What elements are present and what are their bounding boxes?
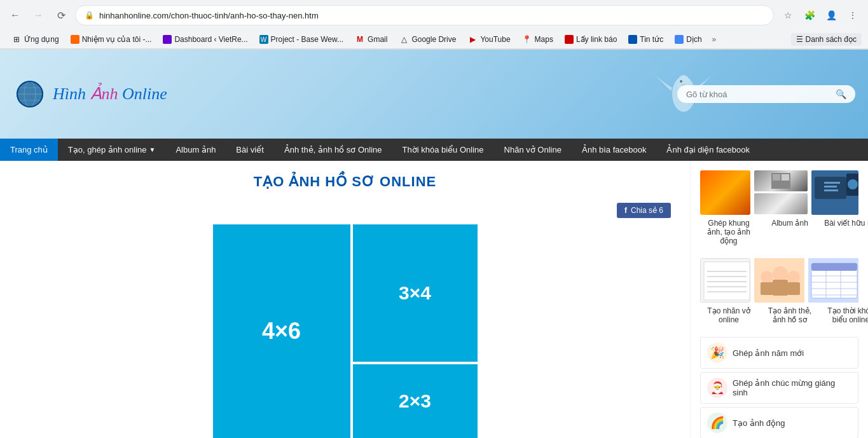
bookmark-maps[interactable]: 📍 Maps (517, 32, 558, 46)
doc-img-icon (701, 259, 750, 303)
bookmark-youtube-label: YouTube (480, 35, 510, 44)
sidebar-category-ghep-khung[interactable] (700, 170, 750, 215)
bookmark-drive[interactable]: △ Google Drive (394, 32, 461, 46)
content-area: TẠO ẢNH HỒ SƠ ONLINE f Chia sẻ 6 4×6 3×4… (0, 161, 690, 438)
nav-album[interactable]: Album ảnh (165, 139, 226, 161)
bookmarks-more-button[interactable]: » (708, 33, 720, 46)
profile-button[interactable]: 👤 (822, 6, 840, 24)
nav-anh-dai-dien[interactable]: Ảnh đại diện facebook (656, 139, 760, 161)
nav-anh-the[interactable]: Ảnh thẻ, ảnh hồ sơ Online (274, 139, 392, 161)
sidebar-link-nam-moi[interactable]: 🎉 Ghép ảnh năm mới (700, 337, 858, 369)
svg-rect-19 (824, 189, 838, 191)
nav-anh-bia[interactable]: Ảnh bìa facebook (572, 139, 657, 161)
sidebar-label-bai-viet: Bài viết hữu ích (822, 219, 868, 245)
youtube-icon: ▶ (467, 34, 478, 44)
bookmarks-bar: ⊞ Ứng dụng Nhiệm vụ của tôi -... Dashboa… (0, 31, 868, 49)
bw-img-icon (771, 173, 790, 189)
svg-point-28 (761, 271, 773, 284)
sidebar-link-giang-sinh[interactable]: 🎅 Ghép ảnh chúc mừng giáng sinh (700, 372, 858, 404)
bookmark-nhiem-vu[interactable]: Nhiệm vụ của tôi -... (65, 33, 157, 46)
sidebar-labels-row2: Tạo nhãn vở online Tạo ảnh thẻ, ảnh hồ s… (700, 306, 858, 331)
photo-size-selector: 4×6 3×4 2×3 (212, 223, 479, 438)
sidebar-category-tech[interactable] (811, 170, 858, 215)
dashboard-icon (163, 35, 172, 44)
sidebar-label-album: Album ảnh (761, 219, 818, 245)
nav-nhan-vo[interactable]: Nhãn vở Online (494, 139, 572, 161)
bookmark-lay-link[interactable]: Lấy link báo (560, 33, 622, 46)
facebook-icon: f (624, 206, 627, 215)
nav-bai-viet[interactable]: Bài viết (226, 139, 273, 161)
sidebar-link-list: 🎉 Ghép ảnh năm mới 🎅 Ghép ảnh chúc mừng … (700, 337, 858, 438)
photo-size-2x3-label: 2×3 (399, 390, 431, 412)
bookmark-gmail[interactable]: M Gmail (350, 32, 392, 46)
nav-thoi-khoa-bieu[interactable]: Thời khóa biểu Online (392, 139, 494, 161)
photo-size-4x6-label: 4×6 (262, 318, 301, 345)
site-navigation: Trang chủ Tạo, ghép ảnh online ▼ Album ả… (0, 139, 868, 161)
reload-button[interactable]: ⟳ (52, 6, 70, 24)
svg-rect-11 (773, 174, 780, 181)
browser-chrome: ← → ⟳ 🔒 hinhanhonline.com/chon-thuoc-tin… (0, 0, 868, 50)
forward-button[interactable]: → (29, 6, 47, 24)
bookmark-dich-label: Dịch (686, 35, 701, 44)
reading-list-icon: ☰ (796, 35, 803, 44)
bookmark-project[interactable]: W Project - Base Wew... (254, 33, 349, 46)
photo-4x6-button[interactable]: 4×6 (212, 223, 352, 438)
gmail-icon: M (355, 34, 365, 44)
logo-globe-icon (13, 78, 48, 110)
nav-trang-chu[interactable]: Trang chủ (0, 139, 58, 161)
address-bar[interactable]: 🔒 hinhanhonline.com/chon-thuoc-tinh/anh-… (75, 5, 774, 25)
nam-moi-label: Ghép ảnh năm mới (733, 348, 804, 358)
reading-list-label: Danh sách đọc (806, 35, 857, 44)
bookmark-youtube[interactable]: ▶ YouTube (462, 32, 515, 46)
bookmark-tin-tuc[interactable]: Tin tức (623, 33, 668, 46)
nav-tao-ghep[interactable]: Tạo, ghép ảnh online ▼ (58, 139, 166, 161)
main-content: TẠO ẢNH HỒ SƠ ONLINE f Chia sẻ 6 4×6 3×4… (0, 161, 868, 438)
bookmark-drive-label: Google Drive (411, 35, 456, 44)
facebook-share-button[interactable]: f Chia sẻ 6 (617, 203, 671, 218)
nam-moi-icon: 🎉 (707, 343, 727, 363)
svg-rect-36 (811, 263, 857, 271)
sidebar-categories-row1 (700, 170, 858, 215)
browser-toolbar: ← → ⟳ 🔒 hinhanhonline.com/chon-thuoc-tin… (0, 0, 868, 31)
bookmark-dich[interactable]: Dịch (670, 33, 706, 46)
url-display: hinhanhonline.com/chon-thuoc-tinh/anh-ho… (99, 11, 764, 20)
svg-rect-17 (824, 182, 840, 184)
bookmark-project-label: Project - Base Wew... (271, 35, 344, 44)
bookmark-maps-label: Maps (535, 35, 553, 44)
photo-2x3-button[interactable]: 2×3 (352, 363, 479, 438)
sidebar-img-bw-1[interactable] (754, 170, 808, 191)
calendar-img-icon (808, 258, 858, 303)
maps-icon: 📍 (522, 34, 532, 44)
svg-rect-18 (824, 186, 837, 188)
svg-rect-21 (704, 262, 750, 300)
bookmark-star-button[interactable]: ☆ (779, 6, 797, 24)
menu-button[interactable]: ⋮ (844, 6, 862, 24)
search-box[interactable]: 🔍 (677, 85, 855, 103)
sidebar-category-nhan-vo[interactable] (700, 258, 750, 303)
lay-link-icon (565, 35, 574, 44)
search-input[interactable] (686, 90, 830, 99)
reading-list-button[interactable]: ☰ Danh sách đọc (791, 33, 862, 46)
svg-rect-33 (787, 282, 800, 295)
sidebar-label-thoi-khoa-bieu: Tạo thời khóa biểu online (822, 306, 868, 324)
share-bar: f Chia sẻ 6 (19, 203, 671, 218)
site-logo[interactable]: Hình Ảnh Online (13, 78, 167, 110)
bookmark-gmail-label: Gmail (368, 35, 387, 44)
security-icon: 🔒 (85, 11, 94, 20)
extension-puzzle-button[interactable]: 🧩 (801, 6, 818, 24)
bookmark-dashboard[interactable]: Dashboard ‹ VietRe... (158, 33, 252, 46)
tin-tuc-icon (628, 35, 637, 44)
sidebar-link-anh-dong[interactable]: 🌈 Tạo ảnh động (700, 407, 858, 438)
sidebar-img-bw-2[interactable] (754, 193, 808, 214)
sidebar-category-anh-the[interactable] (754, 258, 804, 303)
site-header: Hình Ảnh Online 🔍 (0, 50, 868, 139)
bookmark-apps[interactable]: ⊞ Ứng dụng (6, 32, 64, 46)
back-button[interactable]: ← (6, 6, 24, 24)
photo-3x4-button[interactable]: 3×4 (352, 223, 479, 363)
svg-rect-31 (761, 282, 773, 295)
search-button[interactable]: 🔍 (836, 89, 846, 99)
svg-rect-32 (773, 280, 788, 296)
sidebar: Ghép khung ảnh, tạo ảnh động Album ảnh B… (690, 161, 868, 438)
sidebar-category-thoi-khoa-bieu[interactable] (808, 258, 858, 303)
sidebar-category-album-group (754, 170, 808, 215)
